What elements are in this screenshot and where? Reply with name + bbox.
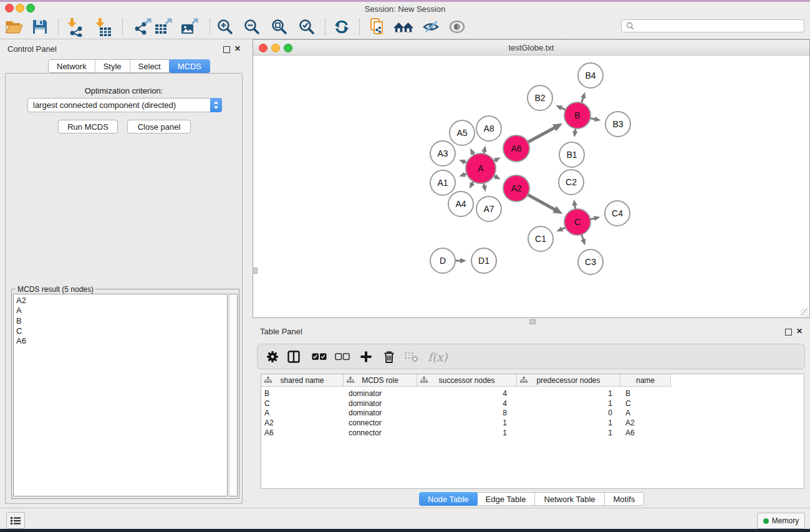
control-panel-close-button[interactable]: ✕ (234, 44, 241, 53)
column-header-shared-name[interactable]: shared name (261, 374, 344, 386)
table-settings-icon[interactable] (264, 350, 281, 364)
control-panel-float-button[interactable] (223, 46, 230, 53)
tab-select[interactable]: Select (130, 60, 170, 72)
show-all-icon[interactable] (447, 17, 468, 37)
search-icon (626, 22, 634, 30)
open-session-icon[interactable] (3, 17, 24, 37)
column-header-predecessor-nodes[interactable]: predecessor nodes (517, 374, 620, 386)
mcds-panel: Optimization criterion: largest connecte… (5, 73, 243, 504)
node-label-C2: C2 (566, 177, 577, 187)
tab-motifs[interactable]: Motifs (605, 493, 644, 505)
search-input[interactable] (621, 19, 804, 32)
network-window-title-bar[interactable]: testGlobe.txt (253, 40, 809, 56)
task-history-button[interactable] (6, 512, 25, 529)
node-label-D: D (440, 256, 446, 266)
zoom-in-icon[interactable] (215, 17, 236, 37)
resize-grip-icon[interactable] (801, 309, 809, 317)
save-session-icon[interactable] (29, 17, 51, 37)
node-label-A5: A5 (456, 128, 467, 138)
column-header-name[interactable]: name (620, 374, 671, 386)
control-panel-tabs: NetworkStyleSelectMCDS (48, 59, 210, 73)
arrowhead (572, 200, 577, 206)
network-view-window: testGlobe.txt AA1A3A5A8A4A7A6A2BB2B4B3B1… (253, 39, 810, 318)
table-row[interactable]: A6connector11A6 (261, 428, 804, 438)
control-panel-title: Control Panel (7, 44, 57, 54)
optimization-criterion-select[interactable]: largest connected component (directed) (27, 98, 222, 112)
table-body: Bdominator41BCdominator41CAdominator80AA… (261, 389, 804, 438)
table-panel-close-button[interactable]: ✕ (796, 327, 803, 336)
refresh-icon[interactable] (331, 17, 352, 37)
deselect-all-icon[interactable] (334, 350, 350, 364)
table-row[interactable]: A2connector11A2 (261, 418, 804, 428)
splitter-handle[interactable] (253, 268, 258, 274)
column-header-successor-nodes[interactable]: successor nodes (417, 374, 517, 386)
arrowhead (459, 160, 466, 165)
toolbar-separator (359, 19, 360, 35)
memory-button[interactable]: Memory (757, 513, 805, 529)
tab-node-table[interactable]: Node Table (419, 492, 478, 506)
export-network-icon[interactable] (132, 17, 153, 37)
arrowhead (459, 172, 466, 177)
column-header-MCDS-role[interactable]: MCDS role (344, 374, 417, 386)
import-network-icon[interactable] (65, 17, 86, 37)
toolbar-separator (210, 19, 210, 35)
import-table-icon[interactable] (93, 17, 114, 37)
node-label-D1: D1 (478, 256, 489, 266)
select-all-icon[interactable] (311, 350, 327, 364)
table-panel-float-button[interactable] (785, 329, 792, 336)
node-label-A4: A4 (455, 199, 466, 209)
tab-edge-table[interactable]: Edge Table (477, 493, 536, 505)
arrowhead (460, 258, 466, 263)
table-row[interactable]: Bdominator41B (261, 389, 804, 399)
hide-selected-icon[interactable] (421, 17, 442, 37)
node-label-B: B (574, 110, 580, 120)
node-label-A2: A2 (511, 183, 521, 193)
app-title-bar[interactable]: Session: New Session (0, 2, 810, 16)
network-graph-canvas[interactable]: AA1A3A5A8A4A7A6A2BB2B4B3B1CC2C4C1C3DD1 (253, 55, 809, 317)
zoom-out-icon[interactable] (241, 17, 263, 37)
mcds-result-item[interactable]: A6 (16, 336, 227, 346)
delete-table-icon[interactable] (403, 350, 420, 364)
toolbar-separator (122, 19, 123, 35)
export-image-icon[interactable] (179, 17, 200, 37)
copy-network-icon[interactable] (367, 17, 388, 37)
tab-network-table[interactable]: Network Table (535, 493, 604, 505)
mcds-result-item[interactable]: C (16, 326, 227, 336)
arrowhead (481, 185, 486, 192)
show-columns-icon[interactable] (286, 350, 302, 364)
tab-network[interactable]: Network (49, 60, 95, 72)
app-title: Session: New Session (0, 4, 810, 14)
desktop-edge (0, 529, 810, 532)
arrowhead (481, 145, 486, 152)
main-toolbar (0, 16, 810, 39)
node-table: shared nameMCDS rolesuccessor nodesprede… (261, 374, 804, 489)
zoom-selected-icon[interactable] (296, 17, 317, 37)
node-label-A1: A1 (437, 178, 448, 188)
add-column-icon[interactable] (358, 350, 374, 364)
close-panel-button[interactable]: Close panel (127, 120, 191, 133)
arrowhead (581, 92, 586, 99)
table-row[interactable]: Adominator80A (261, 409, 804, 418)
node-label-A: A (478, 163, 484, 173)
splitter-handle[interactable] (529, 319, 536, 324)
node-label-B2: B2 (534, 93, 545, 103)
function-builder-icon[interactable]: f(x) (426, 350, 450, 364)
arrowhead (572, 131, 577, 137)
export-table-icon[interactable] (153, 17, 174, 37)
tab-style[interactable]: Style (95, 60, 130, 72)
node-label-B3: B3 (612, 119, 623, 129)
first-neighbors-icon[interactable] (393, 17, 414, 37)
zoom-fit-icon[interactable] (269, 17, 290, 37)
node-label-B1: B1 (566, 150, 577, 160)
mcds-result-scrollbar[interactable] (229, 294, 238, 496)
tab-mcds[interactable]: MCDS (169, 59, 210, 73)
table-panel-tabs: Node TableEdge TableNetwork TableMotifs (419, 492, 644, 506)
mcds-result-item[interactable]: A2 (16, 296, 227, 306)
toolbar-separator (58, 19, 59, 35)
mcds-result-item[interactable]: A (16, 306, 227, 316)
dropdown-stepper-icon (210, 98, 222, 112)
run-mcds-button[interactable]: Run MCDS (58, 120, 118, 133)
delete-icon[interactable] (381, 350, 397, 364)
table-row[interactable]: Cdominator41C (261, 399, 804, 409)
mcds-result-item[interactable]: B (16, 316, 227, 326)
